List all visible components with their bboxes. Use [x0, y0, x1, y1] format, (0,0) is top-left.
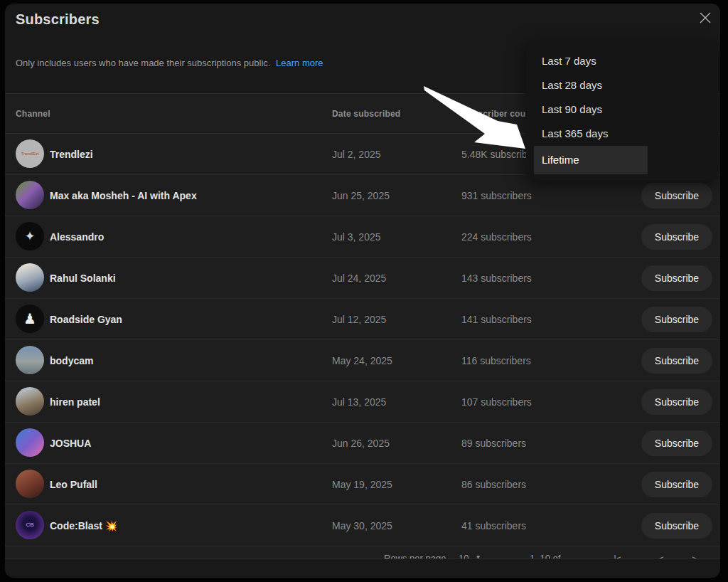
date-subscribed-value: Jul 3, 2025: [332, 231, 381, 243]
channel-name[interactable]: Rahul Solanki: [50, 273, 116, 284]
date-subscribed-value: Jul 24, 2025: [332, 273, 386, 284]
subscribe-button[interactable]: Subscribe: [641, 183, 712, 208]
subscribers-dialog: Subscribers Only includes users who have…: [5, 4, 720, 578]
header-date-subscribed: Date subscribed: [332, 109, 400, 119]
avatar[interactable]: ♟: [16, 305, 44, 333]
table-row: Rahul Solanki Jul 24, 2025 143 subscribe…: [5, 258, 720, 299]
avatar-label: TrendlEzi: [21, 152, 38, 156]
channel-name[interactable]: Roadside Gyan: [50, 314, 122, 325]
avatar[interactable]: [16, 470, 44, 498]
channel-name[interactable]: bodycam: [50, 355, 93, 366]
avatar[interactable]: [16, 346, 44, 374]
subscribe-button[interactable]: Subscribe: [641, 389, 712, 415]
avatar[interactable]: [16, 263, 44, 292]
table-row: ✦ Alessandro Jul 3, 2025 224 subscribers…: [5, 216, 720, 258]
subscriber-count-value: 86 subscribers: [461, 479, 526, 490]
rows-per-page-select[interactable]: 10: [459, 553, 469, 559]
subscriber-count-value: 141 subscribers: [461, 314, 532, 325]
table-row: Max aka Mosheh - AI with Apex Jun 25, 20…: [5, 175, 720, 216]
subscriber-count-value: 931 subscribers: [461, 190, 532, 201]
description-text: Only includes users who have made their …: [16, 58, 270, 68]
avatar[interactable]: ✦: [16, 222, 44, 250]
subscribe-button[interactable]: Subscribe: [641, 513, 712, 539]
avatar[interactable]: TrendlEzi: [16, 139, 44, 168]
close-icon: [697, 9, 714, 26]
next-page-button[interactable]: >: [692, 553, 698, 559]
date-range-menu: Last 7 daysLast 28 daysLast 90 daysLast …: [526, 41, 718, 180]
table-row: hiren patel Jul 13, 2025 107 subscribers…: [5, 381, 720, 423]
avatar-label: ✦: [24, 230, 35, 243]
channel-name[interactable]: JOSHUA: [50, 438, 91, 449]
subscriber-count-value: 41 subscribers: [461, 520, 526, 531]
subscribe-button[interactable]: Subscribe: [641, 348, 712, 374]
channel-name[interactable]: Max aka Mosheh - AI with Apex: [50, 190, 197, 201]
date-subscribed-value: Jul 2, 2025: [332, 149, 381, 160]
table-row: Leo Pufall May 19, 2025 86 subscribers S…: [5, 464, 720, 505]
learn-more-link[interactable]: Learn more: [276, 58, 323, 68]
date-subscribed-value: Jul 13, 2025: [332, 396, 386, 408]
menu-item-last-90-days[interactable]: Last 90 days: [526, 97, 718, 122]
table-row: JOSHUA Jun 26, 2025 89 subscribers Subsc…: [5, 423, 720, 464]
date-subscribed-value: May 19, 2025: [332, 479, 392, 490]
avatar[interactable]: [16, 428, 44, 457]
channel-name[interactable]: hiren patel: [50, 396, 100, 408]
menu-item-last-365-days[interactable]: Last 365 days: [526, 122, 718, 146]
close-button[interactable]: [697, 9, 714, 26]
dialog-description: Only includes users who have made their …: [16, 58, 323, 68]
avatar-label: CB: [26, 522, 33, 528]
table-row: bodycam May 24, 2025 116 subscribers Sub…: [5, 340, 720, 381]
channel-name[interactable]: Trendlezi: [50, 149, 93, 160]
subscribe-button[interactable]: Subscribe: [641, 224, 712, 250]
subscribe-button[interactable]: Subscribe: [641, 265, 712, 291]
avatar[interactable]: [16, 387, 44, 416]
subscribe-button[interactable]: Subscribe: [641, 430, 712, 456]
dialog-title: Subscribers: [16, 11, 100, 28]
previous-page-button[interactable]: <: [658, 553, 664, 559]
subscriber-count-value: 89 subscribers: [461, 438, 526, 449]
date-subscribed-value: Jun 26, 2025: [332, 438, 390, 449]
channel-name[interactable]: Leo Pufall: [50, 479, 97, 490]
avatar-label: ♟: [23, 312, 36, 326]
subscriber-count-value: 116 subscribers: [461, 355, 531, 366]
header-channel: Channel: [16, 109, 50, 119]
chevron-down-icon: ▾: [476, 553, 480, 559]
date-subscribed-value: Jun 25, 2025: [332, 190, 390, 201]
date-subscribed-value: Jul 12, 2025: [332, 314, 386, 325]
rows-per-page-label: Rows per page: [384, 553, 446, 559]
table-row: ♟ Roadside Gyan Jul 12, 2025 141 subscri…: [5, 299, 720, 340]
subscriber-count-value: 107 subscribers: [461, 396, 532, 408]
date-subscribed-value: May 24, 2025: [332, 355, 392, 366]
subscriber-count-value: 143 subscribers: [461, 273, 532, 284]
subscriber-count-value: 224 subscribers: [461, 231, 532, 243]
pagination-bar: Rows per page 10 ▾ 1–10 of |< < >: [5, 553, 720, 559]
subscribe-button[interactable]: Subscribe: [641, 307, 712, 332]
avatar[interactable]: CB: [16, 511, 44, 539]
subscribe-button[interactable]: Subscribe: [641, 472, 712, 497]
table-body: TrendlEzi Trendlezi Jul 2, 2025 5.48K su…: [5, 134, 720, 546]
menu-item-lifetime[interactable]: Lifetime: [534, 146, 648, 174]
channel-name[interactable]: Alessandro: [50, 231, 104, 243]
channel-name[interactable]: Code:Blast 💥: [50, 520, 117, 531]
menu-item-last-28-days[interactable]: Last 28 days: [526, 73, 718, 97]
menu-item-last-7-days[interactable]: Last 7 days: [526, 49, 718, 73]
pagination-range-label: 1–10 of: [530, 553, 560, 559]
first-page-button[interactable]: |<: [614, 553, 620, 559]
date-subscribed-value: May 30, 2025: [332, 520, 392, 531]
table-row: CB Code:Blast 💥 May 30, 2025 41 subscrib…: [5, 505, 720, 546]
header-subscriber-count: Subscriber count: [461, 109, 534, 119]
avatar[interactable]: [16, 181, 44, 209]
